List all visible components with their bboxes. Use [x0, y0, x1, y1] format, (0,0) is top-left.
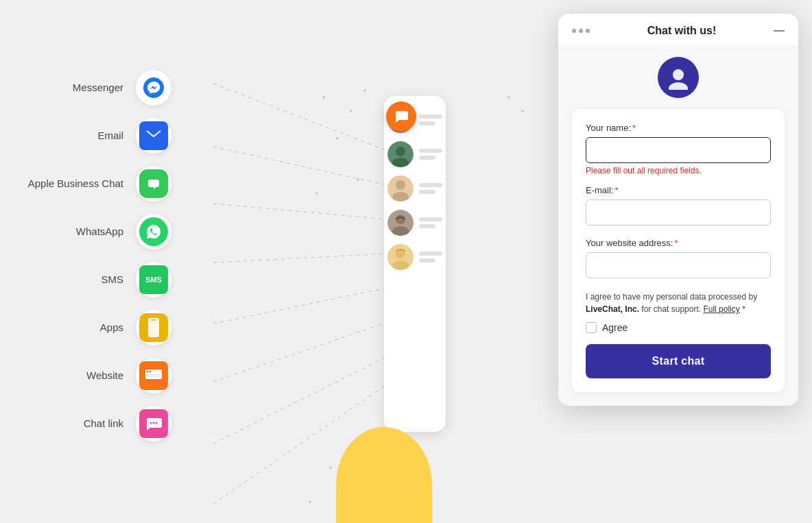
channel-icon-apps: [136, 310, 171, 345]
consent-company: LiveChat, Inc.: [586, 304, 639, 314]
channel-label-messenger: Messenger: [27, 82, 123, 93]
channel-item-sms: SMS SMS: [27, 262, 288, 297]
email-required: *: [614, 185, 618, 195]
agent-line-status: [419, 156, 435, 160]
avatar-center: [572, 57, 785, 98]
channel-item-messenger: Messenger: [27, 70, 288, 106]
website-required: *: [674, 238, 678, 248]
svg-point-10: [153, 422, 155, 424]
website-input[interactable]: [586, 252, 771, 278]
form-card: Your name: * Please fill out all require…: [572, 109, 785, 392]
channel-label-whatsapp: WhatsApp: [27, 226, 123, 237]
agent-row-2: [387, 141, 442, 167]
channel-icon-chatlink: [136, 406, 171, 441]
user-avatar: [658, 57, 699, 98]
email-field-group: E-mail: *: [586, 185, 771, 228]
svg-point-28: [396, 180, 405, 190]
agent-line-name: [419, 149, 442, 153]
channel-item-whatsapp: WhatsApp: [27, 214, 288, 250]
livechat-button[interactable]: [386, 101, 416, 132]
channel-label-email: Email: [27, 130, 123, 141]
agent-line-status: [419, 190, 435, 194]
name-error: Please fill out all required fields.: [586, 166, 771, 175]
svg-point-36: [673, 69, 684, 80]
agent-lines-3: [419, 183, 442, 194]
channel-icon-sms: SMS: [136, 262, 171, 297]
widget-body: Your name: * Please fill out all require…: [558, 46, 798, 406]
svg-point-37: [669, 82, 688, 90]
agent-avatar-5: [387, 244, 414, 270]
agent-line-name: [419, 183, 442, 187]
channel-item-apple: Apple Business Chat: [27, 166, 288, 202]
svg-point-7: [150, 370, 152, 372]
full-policy-link[interactable]: Full policy: [703, 304, 739, 314]
agree-row: Agree: [586, 322, 771, 333]
channel-icon-messenger: [136, 70, 171, 106]
name-input[interactable]: [586, 137, 771, 163]
channel-item-email: Email: [27, 118, 288, 154]
dot-2: [579, 29, 583, 33]
widget-header: Chat with us!: [558, 14, 798, 46]
name-required: *: [632, 123, 636, 133]
agent-avatar-2: [387, 141, 414, 167]
svg-point-0: [143, 77, 164, 98]
agent-row-5: [387, 244, 442, 270]
channel-label-chatlink: Chat link: [27, 417, 123, 429]
channel-item-apps: Apps: [27, 310, 288, 345]
channel-icon-whatsapp: [136, 214, 171, 250]
dot-3: [586, 29, 590, 33]
consent-text: I agree to have my personal data process…: [586, 291, 771, 315]
widget-dots: [572, 29, 590, 33]
agent-line-name: [419, 252, 442, 256]
channel-icon-email: [136, 118, 171, 154]
agent-line-status: [419, 121, 435, 125]
chat-widget: Chat with us! Your name: * Please fi: [558, 14, 798, 406]
dot-1: [572, 29, 576, 33]
channel-item-chatlink: Chat link: [27, 406, 288, 441]
channel-label-apple: Apple Business Chat: [27, 178, 123, 189]
svg-point-9: [150, 422, 152, 424]
agent-line-name: [419, 217, 442, 221]
agent-avatar-3: [387, 175, 414, 202]
svg-point-11: [156, 422, 158, 424]
agree-checkbox[interactable]: [586, 322, 597, 333]
channel-icon-apple: [136, 166, 171, 202]
svg-rect-2: [148, 318, 159, 337]
agent-lines-5: [419, 252, 442, 263]
channel-label-sms: SMS: [27, 273, 123, 285]
agent-lines-4: [419, 217, 442, 228]
agent-panel: [384, 96, 446, 432]
svg-rect-8: [146, 374, 161, 378]
widget-title: Chat with us!: [647, 25, 716, 37]
agent-line-status: [419, 224, 435, 228]
svg-point-6: [147, 370, 149, 372]
name-field-group: Your name: * Please fill out all require…: [586, 123, 771, 175]
agent-lines-2: [419, 149, 442, 160]
start-chat-button[interactable]: Start chat: [586, 344, 771, 378]
channels-section: Messenger Email Apple Business Chat: [0, 0, 288, 523]
agent-line-name: [419, 114, 442, 119]
channel-label-website: Website: [27, 369, 123, 381]
yellow-decoration: [336, 427, 432, 523]
svg-rect-3: [151, 319, 156, 321]
agent-lines-1: [419, 114, 442, 125]
email-label: E-mail: *: [586, 185, 771, 195]
channel-item-website: Website: [27, 358, 288, 393]
name-label: Your name: *: [586, 123, 771, 133]
email-input[interactable]: [586, 199, 771, 226]
agent-row-4: [387, 210, 442, 236]
channel-label-apps: Apps: [27, 321, 123, 333]
website-label: Your website address: *: [586, 238, 771, 248]
minimize-button[interactable]: [774, 30, 785, 32]
agent-row-3: [387, 175, 442, 202]
agent-line-status: [419, 258, 435, 263]
agree-label: Agree: [602, 322, 628, 333]
agent-avatar-4: [387, 210, 414, 236]
channel-icon-website: [136, 358, 171, 393]
svg-point-25: [396, 147, 405, 156]
website-field-group: Your website address: *: [586, 238, 771, 281]
svg-point-31: [396, 215, 405, 224]
